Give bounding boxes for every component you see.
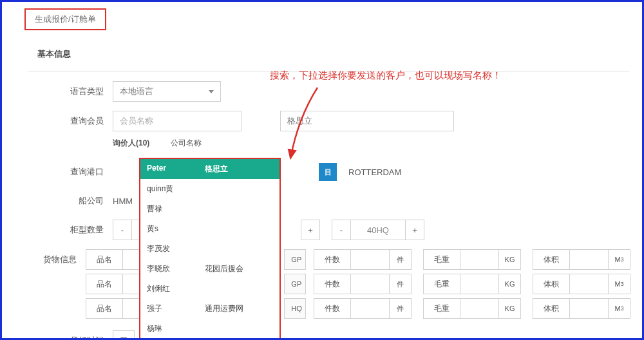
stepper-minus[interactable]: - [113,220,132,240]
col-company: 公司名称 [171,138,202,149]
label-language: 语言类型 [28,86,113,97]
weight-input[interactable] [460,249,499,270]
member-display-field[interactable]: 格思立 [280,111,454,131]
dropdown-item[interactable]: 杨琳 [140,319,279,339]
stepper-plus[interactable]: + [405,220,424,240]
row-member: 查询会员 会员名称 格思立 [2,111,642,131]
qty-label: 件数 [314,249,351,270]
label-ready-time: 货好时间 [28,335,113,340]
carrier-value: HMM [113,196,133,206]
dropdown-item[interactable]: 李茂发 [140,239,279,259]
cargo-gp-box: GP [284,249,306,270]
row-port: 查询港口 目 ROTTERDAM [2,163,642,181]
col-inquirer: 询价人(10) [113,138,171,149]
vol-pair: 体积 M3 [533,249,630,270]
vol-input[interactable] [570,274,609,294]
dropdown-item[interactable]: Peter格思立 [140,159,279,179]
qty-pair: 件数 件 [314,249,412,270]
member-dropdown-header: 询价人(10) 公司名称 [113,138,642,149]
cargo-gp-box: GP [284,274,306,294]
label-container-qty: 柜型数量 [28,224,113,236]
stepper-value[interactable]: 40HQ [351,220,405,240]
label-member: 查询会员 [28,115,113,127]
vol-label: 体积 [533,249,570,270]
vol-unit: M3 [609,249,630,270]
cargo-name-label: 品名 [86,249,123,270]
label-port: 查询港口 [28,166,113,178]
weight-unit: KG [499,249,521,270]
app-frame: 生成报价/订舱单 基本信息 语言类型 本地语言 查询会员 会员名称 格思立 询价… [0,0,644,340]
row-cargo-2: 品名 GP 件数件 毛重KG 体积M3 [2,274,642,294]
caret-down-icon [209,90,214,93]
member-search-input[interactable]: 会员名称 [113,111,242,131]
port-icon[interactable]: 目 [319,163,337,181]
row-ready-time: 货好时间 [2,330,642,340]
dest-port-value: ROTTERDAM [348,167,401,177]
row-carrier: 船公司 HMM [2,195,642,207]
calendar-icon[interactable] [113,330,135,340]
language-select-value: 本地语言 [120,86,153,97]
dropdown-item[interactable]: 刘俐红 [140,279,279,299]
row-language: 语言类型 本地语言 [2,81,642,102]
cargo-hq-box: HQ [284,298,306,319]
dropdown-item[interactable]: 曹禄 [140,199,279,219]
weight-input[interactable] [460,274,499,294]
row-cargo-1: 货物信息 品名 GP 件数 件 毛重 KG 体积 M3 [2,249,642,270]
row-container-qty: 柜型数量 - 20GP + + - 40HQ + [2,220,642,240]
help-annotation: 搜索，下拉选择你要发送的客户，也可以现场写名称！ [270,70,502,82]
vol-input[interactable] [570,298,609,319]
stepper-minus[interactable]: - [332,220,351,240]
row-cargo-3: 品名 HQ 件数件 毛重KG 体积M3 [2,298,642,319]
cargo-name-label: 品名 [86,298,123,319]
dropdown-item[interactable]: quinn黄 [140,179,279,199]
weight-label: 毛重 [423,249,460,270]
qty-input[interactable] [351,274,390,294]
stepper-40hq: - 40HQ + [332,220,424,240]
language-select[interactable]: 本地语言 [113,81,221,102]
qty-input[interactable] [351,298,390,319]
qty-unit: 件 [390,249,412,270]
dropdown-item[interactable]: 李晓欣花园后援会 [140,259,279,279]
weight-input[interactable] [460,298,499,319]
vol-input[interactable] [570,249,609,270]
tab-bar: 生成报价/订舱单 [2,2,642,30]
dropdown-item[interactable]: 强子通用运费网 [140,299,279,319]
member-dropdown: Peter格思立quinn黄曹禄黄s李茂发李晓欣花园后援会刘俐红强子通用运费网杨… [139,158,281,340]
dropdown-item[interactable]: 黄s [140,219,279,239]
qty-input[interactable] [351,249,390,270]
weight-pair: 毛重 KG [423,249,521,270]
stepper2-plus[interactable]: + [301,220,320,240]
label-carrier: 船公司 [28,195,113,207]
tab-generate-quote[interactable]: 生成报价/订舱单 [24,8,106,30]
label-cargo: 货物信息 [28,254,86,265]
section-title: 基本信息 [37,48,642,60]
cargo-name-label: 品名 [86,274,123,294]
